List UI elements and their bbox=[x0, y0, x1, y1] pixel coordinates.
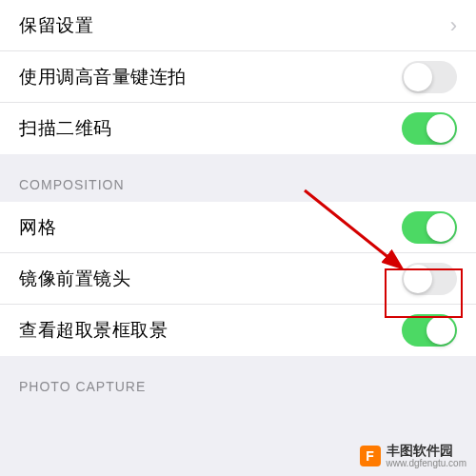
label-grid: 网格 bbox=[19, 215, 56, 240]
row-outside-frame[interactable]: 查看超取景框取景 bbox=[0, 305, 476, 356]
section-header-composition: COMPOSITION bbox=[0, 154, 476, 202]
settings-group-composition: 网格 镜像前置镜头 查看超取景框取景 bbox=[0, 202, 476, 356]
toggle-scan-qr[interactable] bbox=[402, 112, 457, 145]
toggle-knob bbox=[404, 265, 432, 293]
watermark-text: 丰图软件园 www.dgfengtu.com bbox=[387, 444, 467, 468]
label-mirror-front: 镜像前置镜头 bbox=[19, 267, 130, 291]
watermark-logo-icon bbox=[360, 446, 381, 466]
watermark-name: 丰图软件园 bbox=[387, 444, 467, 458]
toggle-knob bbox=[426, 114, 455, 143]
watermark-url: www.dgfengtu.com bbox=[387, 458, 467, 468]
toggle-grid[interactable] bbox=[402, 211, 457, 244]
toggle-knob bbox=[426, 316, 455, 345]
toggle-knob bbox=[426, 213, 455, 242]
label-scan-qr: 扫描二维码 bbox=[19, 116, 112, 141]
section-header-photo-capture: PHOTO CAPTURE bbox=[0, 356, 476, 404]
chevron-right-icon: › bbox=[450, 13, 457, 38]
toggle-outside-frame[interactable] bbox=[402, 314, 457, 347]
toggle-burst-volume-up[interactable] bbox=[402, 61, 457, 93]
row-burst-volume-up[interactable]: 使用调高音量键连拍 bbox=[0, 51, 476, 103]
watermark: 丰图软件园 www.dgfengtu.com bbox=[360, 444, 467, 468]
row-scan-qr[interactable]: 扫描二维码 bbox=[0, 103, 476, 154]
label-preserve-settings: 保留设置 bbox=[19, 13, 93, 38]
label-outside-frame: 查看超取景框取景 bbox=[19, 318, 168, 343]
settings-group-1: 保留设置 › 使用调高音量键连拍 扫描二维码 bbox=[0, 0, 476, 154]
row-mirror-front[interactable]: 镜像前置镜头 bbox=[0, 253, 476, 305]
label-burst-volume-up: 使用调高音量键连拍 bbox=[19, 65, 187, 89]
row-grid[interactable]: 网格 bbox=[0, 202, 476, 253]
toggle-mirror-front[interactable] bbox=[402, 263, 457, 295]
row-preserve-settings[interactable]: 保留设置 › bbox=[0, 0, 476, 51]
toggle-knob bbox=[404, 63, 432, 91]
